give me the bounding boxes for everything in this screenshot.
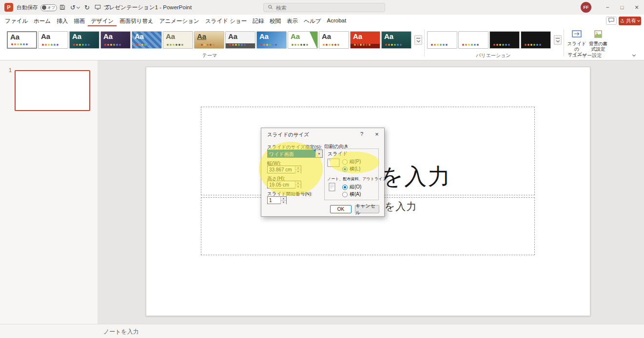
minimize-button[interactable]: − xyxy=(601,0,614,15)
tab-draw[interactable]: 描画 xyxy=(71,16,88,26)
notes-landscape-radio[interactable]: 横(A) xyxy=(342,191,361,198)
notes-orientation-icon xyxy=(329,183,335,192)
search-input[interactable] xyxy=(276,5,373,11)
height-spin-buttons[interactable]: ▴▾ xyxy=(295,181,301,188)
save-icon[interactable] xyxy=(59,4,65,10)
width-spinner[interactable]: 33.867 cm ▴▾ xyxy=(267,166,301,173)
autosave-toggle[interactable]: オフ xyxy=(40,4,57,11)
theme-thumbnail-4[interactable]: Aa xyxy=(100,31,131,49)
slide-size-dialog: スライドのサイズ ? × スライドのサイズ指定(S): ワイド画面 ▾ 幅(W)… xyxy=(261,128,385,217)
theme-thumbnail-2[interactable]: Aa xyxy=(38,31,68,49)
start-number-spinner[interactable]: 1 ▴▾ xyxy=(267,196,287,204)
tab-view[interactable]: 表示 xyxy=(284,16,301,26)
variation-thumbnail-3[interactable] xyxy=(489,31,520,49)
tab-file[interactable]: ファイル xyxy=(2,16,31,26)
start-slideshow-icon[interactable] xyxy=(95,4,101,10)
width-spin-buttons[interactable]: ▴▾ xyxy=(295,166,301,173)
collapse-ribbon-icon[interactable] xyxy=(632,53,636,56)
theme-thumbnail-11[interactable]: Aa xyxy=(319,31,349,49)
dialog-help-button[interactable]: ? xyxy=(358,131,366,137)
powerpoint-window: P 自動保存 オフ ↺ ↻ xyxy=(0,0,644,338)
orientation-group-box: スライド 縦(P) 横(L) ノート、配布資料、アウトライン 縦(O) xyxy=(324,149,379,200)
maximize-button[interactable]: □ xyxy=(615,0,629,15)
theme-color-dots xyxy=(167,44,169,46)
radio-icon[interactable] xyxy=(342,192,348,197)
share-button[interactable]: 共有 xyxy=(619,17,641,25)
theme-thumbnail-3[interactable]: Aa xyxy=(69,31,99,49)
tab-animations[interactable]: アニメーション xyxy=(156,16,202,26)
start-number-value[interactable]: 1 xyxy=(268,197,280,204)
theme-thumbnail-10[interactable]: Aa xyxy=(288,31,318,49)
document-title: プレゼンテーション1 - PowerPoint xyxy=(103,0,192,15)
height-value[interactable]: 19.05 cm xyxy=(268,181,295,188)
powerpoint-app-icon: P xyxy=(4,3,13,12)
comments-button[interactable] xyxy=(606,17,617,25)
theme-thumbnail-5[interactable]: Aa xyxy=(132,31,162,49)
undo-icon[interactable]: ↺ xyxy=(70,4,79,11)
tab-record[interactable]: 記録 xyxy=(250,16,267,26)
dialog-title-bar[interactable]: スライドのサイズ ? × xyxy=(261,128,384,140)
redo-glyph: ↻ xyxy=(84,4,90,11)
variations-gallery-expand-button[interactable] xyxy=(554,35,562,45)
redo-icon[interactable]: ↻ xyxy=(84,4,90,11)
spin-down-icon[interactable]: ▾ xyxy=(295,169,301,173)
theme-aa-label: Aa xyxy=(228,32,237,40)
slide-thumbnail[interactable] xyxy=(15,70,90,111)
slide-size-combobox[interactable]: ワイド画面 ▾ xyxy=(267,150,323,158)
tab-home[interactable]: ホーム xyxy=(31,16,54,26)
spin-up-icon[interactable]: ▴ xyxy=(295,181,301,185)
spin-up-icon[interactable]: ▴ xyxy=(295,166,301,169)
spin-up-icon[interactable]: ▴ xyxy=(281,197,286,200)
theme-aa-label: Aa xyxy=(135,32,144,40)
notes-pane[interactable]: ノートを入力 xyxy=(0,324,644,338)
theme-color-dots xyxy=(354,44,356,46)
tab-insert[interactable]: 挿入 xyxy=(54,16,71,26)
radio-selected-icon[interactable] xyxy=(342,167,348,172)
notes-landscape-label: 横(A) xyxy=(350,191,361,198)
tab-acrobat[interactable]: Acrobat xyxy=(324,16,350,26)
title-bar: P 自動保存 オフ ↺ ↻ xyxy=(0,0,644,15)
autosave-control[interactable]: 自動保存 オフ xyxy=(17,4,57,11)
ok-button[interactable]: OK xyxy=(330,205,351,213)
tab-slideshow[interactable]: スライド ショー xyxy=(202,16,250,26)
slide-number: 1 xyxy=(9,67,12,73)
theme-color-dots xyxy=(11,43,13,45)
notes-portrait-radio[interactable]: 縦(O) xyxy=(342,184,361,190)
comment-icon xyxy=(608,18,614,24)
chevron-down-icon xyxy=(416,39,420,42)
radio-icon[interactable] xyxy=(342,159,348,165)
close-button[interactable]: × xyxy=(630,0,644,15)
notes-section-label: ノート、配布資料、アウトライン xyxy=(327,176,387,182)
theme-thumbnail-13[interactable]: Aa xyxy=(381,31,411,49)
tab-help[interactable]: ヘルプ xyxy=(301,16,324,26)
tab-review[interactable]: 校閲 xyxy=(267,16,284,26)
spin-down-icon[interactable]: ▾ xyxy=(295,185,301,188)
theme-thumbnail-6[interactable]: Aa xyxy=(163,31,193,49)
theme-thumbnail-7[interactable]: Aa xyxy=(194,31,224,49)
spin-down-icon[interactable]: ▾ xyxy=(281,200,286,204)
height-spinner[interactable]: 19.05 cm ▴▾ xyxy=(267,181,301,188)
slide-landscape-radio[interactable]: 横(L) xyxy=(342,166,360,172)
start-number-spin-buttons[interactable]: ▴▾ xyxy=(280,197,286,204)
dialog-close-button[interactable]: × xyxy=(372,131,381,138)
variation-color-dots xyxy=(525,44,527,46)
themes-gallery-expand-button[interactable] xyxy=(414,35,422,45)
cancel-button[interactable]: キャンセル xyxy=(355,205,379,213)
tab-design[interactable]: デザイン xyxy=(88,16,117,26)
notes-placeholder[interactable]: ノートを入力 xyxy=(103,328,139,336)
theme-thumbnail-9[interactable]: Aa xyxy=(256,31,287,49)
variation-thumbnail-2[interactable] xyxy=(458,31,488,49)
radio-selected-icon[interactable] xyxy=(342,185,348,190)
slide-portrait-radio[interactable]: 縦(P) xyxy=(342,158,361,165)
variation-thumbnail-4[interactable] xyxy=(521,31,551,49)
theme-thumbnail-12[interactable]: Aa xyxy=(350,31,380,49)
search-box[interactable] xyxy=(263,3,385,12)
combobox-dropdown-icon[interactable]: ▾ xyxy=(315,150,322,157)
tab-transitions[interactable]: 画面切り替え xyxy=(117,16,156,26)
theme-aa-label: Aa xyxy=(259,32,269,40)
avatar[interactable]: FF xyxy=(581,2,591,13)
theme-thumbnail-8[interactable]: Aa xyxy=(225,31,255,49)
theme-thumbnail-1[interactable]: Aa xyxy=(7,31,37,49)
variation-thumbnail-1[interactable] xyxy=(427,31,457,49)
width-value[interactable]: 33.867 cm xyxy=(268,166,295,173)
